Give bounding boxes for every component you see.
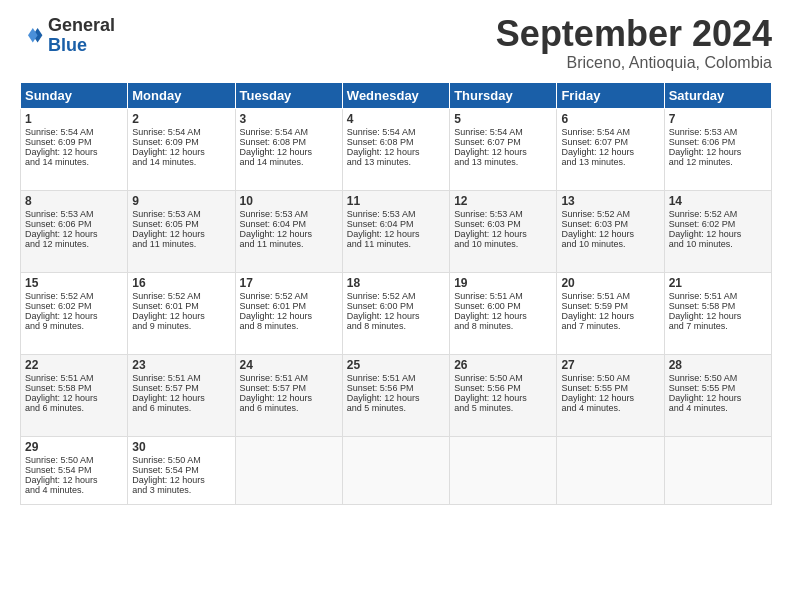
day-number: 1 (25, 112, 123, 126)
day-number: 24 (240, 358, 338, 372)
weekday-header-friday: Friday (557, 83, 664, 109)
day-info-line: and 6 minutes. (132, 403, 230, 413)
calendar-cell: 4Sunrise: 5:54 AMSunset: 6:08 PMDaylight… (342, 109, 449, 191)
day-number: 13 (561, 194, 659, 208)
logo-line1: General (48, 16, 115, 36)
day-number: 29 (25, 440, 123, 454)
calendar-cell: 14Sunrise: 5:52 AMSunset: 6:02 PMDayligh… (664, 191, 771, 273)
day-info-line: and 14 minutes. (240, 157, 338, 167)
day-info-line: Daylight: 12 hours (240, 229, 338, 239)
day-info-line: Daylight: 12 hours (132, 311, 230, 321)
day-info-line: Sunset: 5:55 PM (561, 383, 659, 393)
calendar-cell: 10Sunrise: 5:53 AMSunset: 6:04 PMDayligh… (235, 191, 342, 273)
svg-marker-1 (28, 28, 38, 42)
day-info-line: and 5 minutes. (454, 403, 552, 413)
calendar-cell: 5Sunrise: 5:54 AMSunset: 6:07 PMDaylight… (450, 109, 557, 191)
day-info-line: and 4 minutes. (561, 403, 659, 413)
day-info-line: Sunset: 5:54 PM (132, 465, 230, 475)
day-info-line: Daylight: 12 hours (347, 393, 445, 403)
day-number: 22 (25, 358, 123, 372)
day-info-line: Daylight: 12 hours (454, 147, 552, 157)
day-info-line: Sunrise: 5:51 AM (561, 291, 659, 301)
calendar-cell (450, 437, 557, 505)
day-info-line: Sunset: 6:02 PM (669, 219, 767, 229)
day-number: 5 (454, 112, 552, 126)
day-info-line: and 8 minutes. (240, 321, 338, 331)
day-info-line: and 5 minutes. (347, 403, 445, 413)
calendar-cell: 8Sunrise: 5:53 AMSunset: 6:06 PMDaylight… (21, 191, 128, 273)
day-info-line: Sunrise: 5:51 AM (347, 373, 445, 383)
day-info-line: Sunset: 5:56 PM (454, 383, 552, 393)
calendar-cell: 26Sunrise: 5:50 AMSunset: 5:56 PMDayligh… (450, 355, 557, 437)
day-info-line: Sunset: 6:01 PM (132, 301, 230, 311)
day-info-line: Sunrise: 5:52 AM (132, 291, 230, 301)
day-info-line: and 8 minutes. (454, 321, 552, 331)
day-number: 19 (454, 276, 552, 290)
day-info-line: and 12 minutes. (669, 157, 767, 167)
day-info-line: and 12 minutes. (25, 239, 123, 249)
day-info-line: Sunset: 5:58 PM (669, 301, 767, 311)
calendar-cell: 22Sunrise: 5:51 AMSunset: 5:58 PMDayligh… (21, 355, 128, 437)
day-info-line: and 10 minutes. (561, 239, 659, 249)
day-info-line: Daylight: 12 hours (454, 311, 552, 321)
calendar-cell: 16Sunrise: 5:52 AMSunset: 6:01 PMDayligh… (128, 273, 235, 355)
day-number: 6 (561, 112, 659, 126)
day-info-line: Sunset: 5:58 PM (25, 383, 123, 393)
day-info-line: Sunrise: 5:54 AM (132, 127, 230, 137)
day-info-line: Sunrise: 5:51 AM (669, 291, 767, 301)
day-info-line: Daylight: 12 hours (561, 393, 659, 403)
calendar-cell: 23Sunrise: 5:51 AMSunset: 5:57 PMDayligh… (128, 355, 235, 437)
calendar-cell: 27Sunrise: 5:50 AMSunset: 5:55 PMDayligh… (557, 355, 664, 437)
day-number: 9 (132, 194, 230, 208)
day-info-line: Daylight: 12 hours (25, 311, 123, 321)
day-info-line: Sunset: 6:04 PM (240, 219, 338, 229)
day-info-line: Daylight: 12 hours (132, 229, 230, 239)
day-info-line: Daylight: 12 hours (132, 475, 230, 485)
day-info-line: Sunrise: 5:50 AM (454, 373, 552, 383)
calendar-cell: 15Sunrise: 5:52 AMSunset: 6:02 PMDayligh… (21, 273, 128, 355)
day-number: 10 (240, 194, 338, 208)
calendar-cell (342, 437, 449, 505)
calendar-cell: 28Sunrise: 5:50 AMSunset: 5:55 PMDayligh… (664, 355, 771, 437)
calendar-cell: 1Sunrise: 5:54 AMSunset: 6:09 PMDaylight… (21, 109, 128, 191)
calendar-cell: 3Sunrise: 5:54 AMSunset: 6:08 PMDaylight… (235, 109, 342, 191)
day-info-line: Daylight: 12 hours (561, 147, 659, 157)
day-info-line: Sunrise: 5:53 AM (25, 209, 123, 219)
day-number: 14 (669, 194, 767, 208)
day-info-line: Sunset: 6:08 PM (240, 137, 338, 147)
day-info-line: and 10 minutes. (454, 239, 552, 249)
day-number: 27 (561, 358, 659, 372)
month-title: September 2024 (496, 16, 772, 52)
weekday-header-saturday: Saturday (664, 83, 771, 109)
day-info-line: Sunset: 6:09 PM (132, 137, 230, 147)
calendar-cell: 21Sunrise: 5:51 AMSunset: 5:58 PMDayligh… (664, 273, 771, 355)
day-info-line: Sunrise: 5:52 AM (347, 291, 445, 301)
day-info-line: Sunrise: 5:53 AM (132, 209, 230, 219)
calendar-cell: 13Sunrise: 5:52 AMSunset: 6:03 PMDayligh… (557, 191, 664, 273)
day-info-line: and 13 minutes. (561, 157, 659, 167)
day-info-line: Daylight: 12 hours (669, 393, 767, 403)
day-info-line: Daylight: 12 hours (132, 147, 230, 157)
day-info-line: Daylight: 12 hours (561, 311, 659, 321)
day-info-line: and 3 minutes. (132, 485, 230, 495)
day-info-line: Sunset: 5:57 PM (240, 383, 338, 393)
calendar-cell (235, 437, 342, 505)
day-info-line: Sunrise: 5:51 AM (132, 373, 230, 383)
day-info-line: Sunset: 5:55 PM (669, 383, 767, 393)
day-number: 2 (132, 112, 230, 126)
weekday-header-sunday: Sunday (21, 83, 128, 109)
day-info-line: and 11 minutes. (132, 239, 230, 249)
day-info-line: Sunrise: 5:54 AM (561, 127, 659, 137)
calendar-cell: 25Sunrise: 5:51 AMSunset: 5:56 PMDayligh… (342, 355, 449, 437)
logo-icon (20, 24, 44, 48)
day-info-line: Daylight: 12 hours (25, 475, 123, 485)
calendar-header-row: SundayMondayTuesdayWednesdayThursdayFrid… (21, 83, 772, 109)
day-number: 8 (25, 194, 123, 208)
day-info-line: Sunrise: 5:50 AM (561, 373, 659, 383)
day-info-line: Sunrise: 5:52 AM (561, 209, 659, 219)
day-info-line: Daylight: 12 hours (347, 229, 445, 239)
day-info-line: Sunrise: 5:54 AM (347, 127, 445, 137)
day-info-line: and 13 minutes. (347, 157, 445, 167)
day-info-line: Daylight: 12 hours (669, 311, 767, 321)
day-info-line: Sunrise: 5:54 AM (454, 127, 552, 137)
